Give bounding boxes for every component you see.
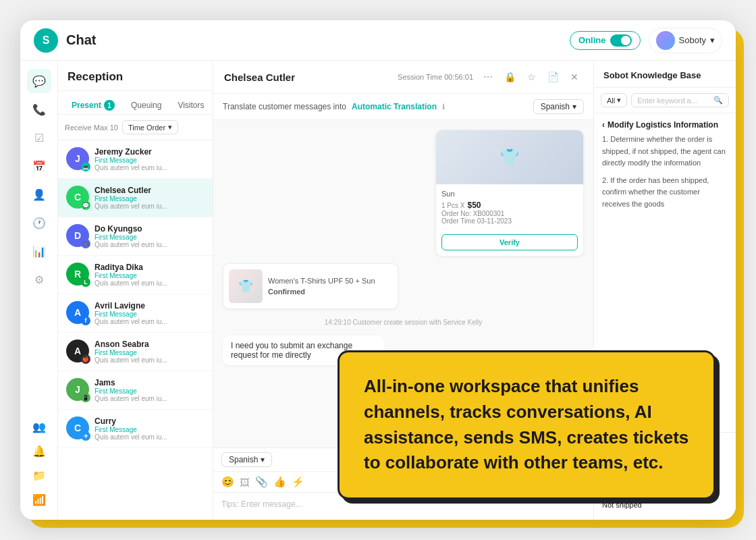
filter-label: Receive Max 10 [65, 124, 118, 132]
kb-search-input[interactable]: Enter keyword a... 🔍 [631, 93, 729, 107]
product-card-1: 👕 Sun 1 Pcs X $50 Order No: XB000301 [435, 130, 584, 256]
sidebar-item-tasks[interactable]: ☑ [27, 126, 51, 150]
list-item[interactable]: D 🎮 Do Kyungso First Message Quis autem … [58, 217, 213, 256]
more-icon[interactable]: ⋯ [480, 69, 496, 85]
input-language-select[interactable]: Spanish ▾ [221, 452, 272, 467]
chat-session-time: Session Time 00:56:01 [398, 73, 473, 81]
contact-info: Avril Lavigne First Message Quis autem v… [94, 301, 205, 325]
document-icon[interactable]: 📄 [545, 69, 561, 85]
language-label: Spanish [541, 102, 570, 111]
contact-name: Jams [94, 378, 205, 387]
filter-value: Time Order [128, 124, 165, 132]
avatar [656, 31, 675, 50]
online-toggle[interactable] [610, 34, 632, 47]
product-title-2: Women's T-Shirts UPF 50 + Sun [268, 277, 375, 285]
list-item[interactable]: J 💻 Jeremy Zucker First Message Quis aut… [58, 140, 213, 179]
list-item[interactable]: C 💬 Chelsea Cutler First Message Quis au… [58, 179, 213, 217]
online-label: Online [578, 35, 605, 45]
verify-button[interactable]: Verify [441, 234, 578, 250]
user-badge[interactable]: Soboty ▾ [649, 28, 722, 53]
sidebar-item-bell[interactable]: 🔔 [27, 439, 51, 463]
kb-point-2: 2. If the order has been shipped, confir… [602, 175, 728, 211]
sidebar-item-clock[interactable]: 🕐 [27, 211, 51, 235]
chevron-down-icon: ▾ [261, 455, 265, 464]
language-select[interactable]: Spanish ▾ [533, 99, 584, 114]
info-icon: ℹ [442, 103, 445, 111]
platform-icon: f [81, 316, 90, 325]
list-item[interactable]: C ✈ Curry First Message Quis autem vel e… [58, 410, 213, 448]
list-item[interactable]: A f Avril Lavigne First Message Quis aut… [58, 294, 213, 333]
avatar: A 🍎 [66, 340, 89, 362]
tab-queuing-label: Queuing [131, 101, 161, 110]
platform-icon: ✈ [81, 431, 90, 441]
contact-name: Jeremy Zucker [94, 147, 205, 157]
contact-info: Jeremy Zucker First Message Quis autem v… [94, 147, 205, 171]
reception-title: Reception [58, 61, 213, 91]
avatar: J 📱 [66, 378, 89, 401]
attachment-icon[interactable]: 📎 [255, 476, 268, 488]
kb-title: Sobot Knowledge Base [594, 61, 736, 88]
image-icon[interactable]: 🖼 [240, 477, 250, 488]
chevron-down-icon: ▾ [710, 35, 715, 45]
filter-select[interactable]: Time Order ▾ [122, 120, 178, 134]
contact-info: Do Kyungso First Message Quis autem vel … [94, 224, 205, 248]
app-title: Chat [66, 32, 562, 48]
product-image-2: 👕 [229, 269, 263, 303]
contact-preview-text: Quis autem vel eum iu... [94, 164, 205, 171]
online-badge[interactable]: Online [570, 31, 640, 50]
lock-icon[interactable]: 🔒 [502, 69, 518, 85]
sidebar-item-contacts[interactable]: 👤 [27, 182, 51, 207]
overlay-tooltip: All-in-one workspace that unifies channe… [338, 350, 716, 500]
platform-icon: 🍎 [81, 354, 90, 364]
list-item[interactable]: J 📱 Jams First Message Quis autem vel eu… [58, 371, 213, 410]
auto-translate-toggle[interactable]: Automatic Translation [352, 102, 437, 111]
contact-name: Avril Lavigne [94, 301, 205, 310]
kb-filter[interactable]: All ▾ [601, 93, 627, 107]
product-info: Sun 1 Pcs X $50 Order No: XB000301 [436, 184, 583, 230]
header-right: Online Soboty ▾ [570, 28, 722, 53]
chevron-down-icon: ▾ [168, 123, 172, 132]
tab-present[interactable]: Present 1 [65, 97, 122, 114]
reception-panel: Reception Present 1 Queuing Visitors Rec… [58, 61, 213, 520]
sidebar-item-phone[interactable]: 📞 [27, 97, 51, 122]
tab-visitors[interactable]: Visitors [171, 97, 211, 114]
sidebar-item-analytics[interactable]: 📊 [27, 239, 51, 263]
close-icon[interactable]: ✕ [566, 69, 583, 85]
quick-reply-icon[interactable]: ⚡ [292, 476, 304, 488]
chevron-down-icon: ▾ [572, 102, 576, 111]
order-no: Order No: XB000301 [441, 210, 578, 217]
sidebar-item-wifi[interactable]: 📶 [27, 487, 51, 512]
platform-icon: 💻 [81, 162, 90, 171]
avatar: J 💻 [66, 147, 89, 170]
sidebar-item-folder[interactable]: 📁 [27, 463, 51, 487]
platform-icon: L [81, 277, 90, 287]
emoji-icon[interactable]: 😊 [221, 476, 234, 488]
contact-name: Raditya Dika [94, 263, 205, 272]
list-item[interactable]: R L Raditya Dika First Message Quis aute… [58, 256, 213, 294]
star-icon[interactable]: ☆ [523, 69, 539, 85]
system-message: 14:29:10 Customer create session with Se… [223, 316, 584, 329]
sidebar-item-chat[interactable]: 💬 [27, 69, 51, 93]
contact-name: Curry [94, 416, 205, 426]
app-logo: S [34, 28, 58, 53]
contact-preview-label: First Message [94, 272, 205, 279]
translate-label: Translate customer messages into [223, 102, 346, 111]
contact-preview-text: Quis autem vel eum iu... [94, 318, 205, 325]
thumbsup-icon[interactable]: 👍 [273, 476, 286, 488]
product-card-2: 👕 Women's T-Shirts UPF 50 + Sun Confirme… [223, 263, 398, 309]
contact-preview-text: Quis autem vel eum iu... [94, 433, 205, 441]
list-item[interactable]: A 🍎 Anson Seabra First Message Quis aute… [58, 333, 213, 371]
input-lang-label: Spanish [229, 455, 258, 464]
icon-sidebar: 💬 📞 ☑ 📅 👤 🕐 📊 ⚙ 👥 🔔 📁 📶 [20, 61, 58, 520]
tab-queuing[interactable]: Queuing [124, 97, 168, 114]
chat-actions: ⋯ 🔒 ☆ 📄 ✕ [480, 69, 583, 85]
contact-preview-label: First Message [94, 234, 205, 241]
sidebar-item-calendar[interactable]: 📅 [27, 154, 51, 178]
tab-present-badge: 1 [104, 100, 115, 111]
sidebar-item-users[interactable]: 👥 [27, 414, 51, 439]
contact-name: Anson Seabra [94, 340, 205, 349]
platform-icon: 💬 [81, 200, 90, 210]
reception-tabs: Present 1 Queuing Visitors [58, 91, 213, 115]
sidebar-item-settings[interactable]: ⚙ [27, 267, 51, 292]
product-status: Confirmed [268, 288, 375, 296]
